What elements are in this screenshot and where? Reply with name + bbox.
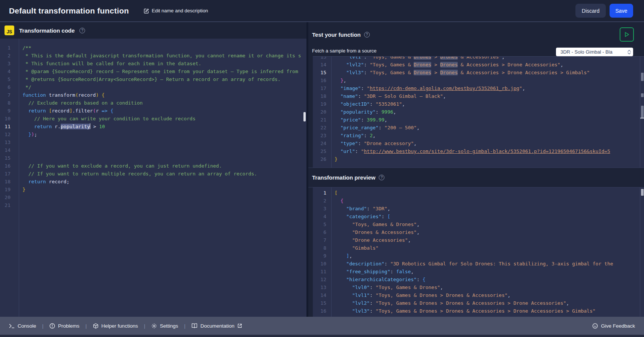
edit-name-button[interactable]: Edit name and description bbox=[144, 8, 208, 13]
scrollbar[interactable] bbox=[640, 57, 644, 168]
code-line[interactable]: 20 "popularity": 9996, bbox=[313, 108, 644, 116]
code-line[interactable]: 6 "Drones & Accessories", bbox=[313, 228, 644, 236]
line-number: 1 bbox=[0, 44, 10, 52]
line-number: 14 bbox=[313, 61, 326, 69]
code-line[interactable]: 16 // If you want to exclude a record, y… bbox=[0, 162, 306, 170]
code-line[interactable]: 17 "image": "https://cdn-demo.algolia.co… bbox=[313, 84, 644, 92]
code-line[interactable]: 20 bbox=[0, 193, 306, 201]
line-number: 2 bbox=[0, 52, 10, 60]
play-icon bbox=[623, 31, 631, 38]
code-line[interactable]: 1[ bbox=[313, 189, 644, 197]
line-number: 1 bbox=[313, 189, 326, 197]
line-number: 6 bbox=[0, 83, 10, 91]
code-line[interactable]: 3 "brand": "3DR", bbox=[313, 205, 644, 213]
code-line[interactable]: 19} bbox=[0, 186, 306, 193]
scrollbar-thumb[interactable] bbox=[303, 112, 306, 121]
code-line[interactable]: 18 "name": "3DR – Solo Gimbal – Black", bbox=[313, 92, 644, 100]
code-line[interactable]: 3 * This function will be called for eac… bbox=[0, 60, 306, 67]
helper-functions-button[interactable]: Helper functions bbox=[93, 323, 138, 329]
help-icon[interactable]: ? bbox=[364, 32, 370, 37]
code-line[interactable]: 12 }); bbox=[0, 130, 306, 138]
code-line[interactable]: 21 bbox=[0, 201, 306, 209]
code-line[interactable]: 1/** bbox=[0, 44, 306, 52]
line-number: 8 bbox=[313, 244, 326, 252]
run-function-button[interactable] bbox=[620, 27, 634, 42]
code-line[interactable]: 10 "description": "3D Robotics Gimbal fo… bbox=[313, 260, 644, 268]
line-number: 5 bbox=[313, 220, 326, 228]
line-number: 14 bbox=[313, 291, 326, 299]
code-line[interactable]: 23 "rating": 2, bbox=[313, 132, 644, 139]
line-number: 13 bbox=[0, 138, 10, 146]
code-line[interactable]: 16 }, bbox=[313, 76, 644, 84]
code-line[interactable]: 14 bbox=[0, 146, 306, 154]
scrollbar[interactable] bbox=[640, 187, 644, 317]
code-line[interactable]: 14 "lvl2": "Toys, Games & Drones > Drone… bbox=[313, 61, 644, 69]
code-line[interactable]: 25 "url": "http://www.bestbuy.com/site/3… bbox=[313, 147, 644, 155]
code-line[interactable]: 9 return [record].filter(r => { bbox=[0, 107, 306, 115]
code-line[interactable]: 22 "price_range": "200 – 500", bbox=[313, 124, 644, 132]
code-line[interactable]: 13 "lvl0": "Toys, Games & Drones", bbox=[313, 283, 644, 291]
sample-source-select[interactable]: 3DR - Solo Gimbal - Bla bbox=[556, 48, 633, 56]
code-line[interactable]: 4 * @param {SourceRecord} record — Repre… bbox=[0, 67, 306, 75]
code-line[interactable]: 2 * This is the default javascript trans… bbox=[0, 52, 306, 60]
code-line[interactable]: 10 // Here you can write your condition … bbox=[0, 115, 306, 123]
console-label: Console bbox=[18, 323, 36, 329]
code-line[interactable]: 12 "hierarchicalCategories": { bbox=[313, 276, 644, 283]
code-line[interactable]: 16 "lvl3": "Toys, Games & Drones > Drone… bbox=[313, 307, 644, 315]
code-line[interactable]: 13 bbox=[0, 138, 306, 146]
code-line[interactable]: 5 "Toys, Games & Drones", bbox=[313, 220, 644, 228]
line-number: 11 bbox=[313, 268, 326, 276]
line-number: 11 bbox=[0, 123, 10, 130]
terminal-icon bbox=[9, 324, 15, 328]
preview-editor[interactable]: 1[2 {3 "brand": "3DR",4 "categories": [5… bbox=[313, 187, 644, 317]
line-number: 15 bbox=[313, 299, 326, 307]
code-line[interactable]: 8 // Exclude records based on a conditio… bbox=[0, 99, 306, 107]
code-panel-title: Transformation code bbox=[19, 27, 75, 34]
console-button[interactable]: Console bbox=[9, 323, 36, 329]
problems-label: Problems bbox=[58, 323, 79, 329]
documentation-link[interactable]: Documentation bbox=[191, 323, 242, 329]
code-line[interactable]: 6 */ bbox=[0, 83, 306, 91]
code-line[interactable]: 15 "lvl3": "Toys, Games & Drones > Drone… bbox=[313, 69, 644, 76]
line-number: 22 bbox=[313, 124, 326, 132]
code-line[interactable]: 7function transform(record) { bbox=[0, 91, 306, 99]
line-number: 16 bbox=[0, 162, 10, 170]
code-line[interactable]: 14 "lvl1": "Toys, Games & Drones > Drone… bbox=[313, 291, 644, 299]
code-line[interactable]: 15 "lvl2": "Toys, Games & Drones > Drone… bbox=[313, 299, 644, 307]
problems-button[interactable]: Problems bbox=[49, 323, 79, 329]
line-number: 26 bbox=[313, 155, 326, 163]
line-number: 5 bbox=[0, 75, 10, 83]
code-line[interactable]: 8 "Gimbals" bbox=[313, 244, 644, 252]
line-number: 6 bbox=[313, 228, 326, 236]
code-editor[interactable]: 1/**2 * This is the default javascript t… bbox=[0, 39, 306, 317]
separator: | bbox=[184, 323, 185, 329]
code-line[interactable]: 2 { bbox=[313, 197, 644, 205]
give-feedback-button[interactable]: Give Feedback bbox=[592, 323, 635, 329]
fetch-sample-label: Fetch a sample from a source bbox=[312, 48, 377, 54]
code-line[interactable]: 9 ], bbox=[313, 252, 644, 260]
code-line[interactable]: 11 return r.popularity > 10 bbox=[0, 123, 306, 130]
save-button[interactable]: Save bbox=[610, 4, 633, 18]
code-line[interactable]: 7 "Drone Accessories", bbox=[313, 236, 644, 244]
code-line[interactable]: 26} bbox=[313, 155, 644, 163]
separator: | bbox=[144, 323, 145, 329]
code-line[interactable]: 18 return record; bbox=[0, 178, 306, 186]
code-line[interactable]: 11 "free_shipping": false, bbox=[313, 268, 644, 276]
line-number: 12 bbox=[0, 130, 10, 138]
code-line[interactable]: 4 "categories": [ bbox=[313, 213, 644, 220]
settings-button[interactable]: Settings bbox=[151, 323, 178, 329]
code-line[interactable]: 21 "price": 399.99, bbox=[313, 116, 644, 124]
help-icon[interactable]: ? bbox=[79, 28, 85, 33]
code-line[interactable]: 5 * @returns {SourceRecord|Array<SourceR… bbox=[0, 75, 306, 83]
sample-editor[interactable]: 13 "lvl1": "Toys, Games & Drones > Drone… bbox=[313, 56, 644, 168]
code-line[interactable]: 13 "lvl1": "Toys, Games & Drones > Drone… bbox=[313, 56, 644, 61]
discard-button[interactable]: Discard bbox=[575, 4, 606, 18]
help-icon[interactable]: ? bbox=[379, 175, 384, 180]
line-number: 2 bbox=[313, 197, 326, 205]
line-number: 9 bbox=[0, 107, 10, 115]
code-line[interactable]: 15 bbox=[0, 154, 306, 162]
code-line[interactable]: 24 "type": "Drone accessory", bbox=[313, 139, 644, 147]
line-number: 7 bbox=[0, 91, 10, 99]
code-line[interactable]: 19 "objectID": "5352061", bbox=[313, 100, 644, 108]
code-line[interactable]: 17 // If you want to return multiple rec… bbox=[0, 170, 306, 178]
